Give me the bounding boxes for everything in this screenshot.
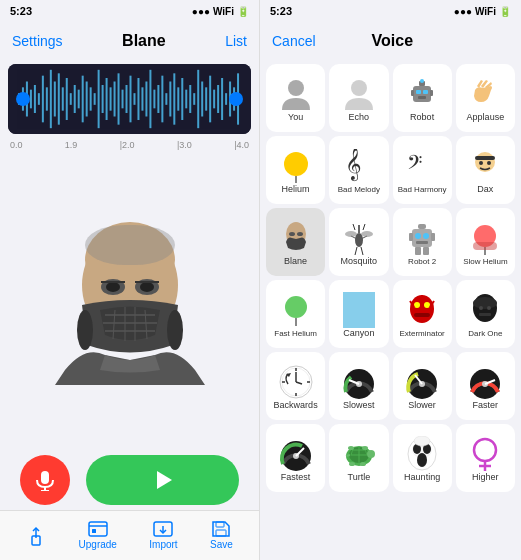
list-button[interactable]: List <box>225 33 247 49</box>
svg-rect-21 <box>98 70 100 128</box>
voice-row-2: Helium 𝄞 Bad Melody 𝄢 Bad Harmony <box>266 136 515 204</box>
svg-rect-133 <box>343 312 375 328</box>
svg-rect-14 <box>70 93 72 105</box>
voice-bad-harmony[interactable]: 𝄢 Bad Harmony <box>393 136 452 204</box>
svg-rect-22 <box>102 85 104 113</box>
applause-icon <box>469 76 501 112</box>
voice-backwards[interactable]: Backwards <box>266 352 325 420</box>
higher-icon <box>467 436 503 472</box>
svg-rect-5 <box>34 85 36 113</box>
voice-higher[interactable]: Higher <box>456 424 515 492</box>
svg-rect-135 <box>343 292 375 312</box>
voice-row-1: You Echo R <box>266 64 515 132</box>
robot2-icon <box>406 221 438 257</box>
svg-rect-35 <box>153 90 155 109</box>
share-icon <box>26 526 46 546</box>
svg-rect-27 <box>122 90 124 109</box>
haunting-icon <box>404 436 440 472</box>
upgrade-button[interactable]: Upgrade <box>79 521 117 550</box>
backwards-icon <box>278 364 314 400</box>
svg-rect-83 <box>92 529 96 533</box>
svg-point-178 <box>349 462 355 466</box>
fast-helium-icon <box>280 293 312 329</box>
svg-rect-96 <box>411 90 414 96</box>
voice-slow-helium[interactable]: Slow Helium <box>456 208 515 276</box>
svg-rect-147 <box>479 313 491 316</box>
voice-haunting[interactable]: Haunting <box>393 424 452 492</box>
waveform-right-handle[interactable] <box>229 92 243 106</box>
svg-rect-19 <box>90 87 92 110</box>
svg-point-107 <box>289 232 295 236</box>
svg-point-114 <box>361 231 373 237</box>
voice-turtle[interactable]: Turtle <box>329 424 388 492</box>
settings-button[interactable]: Settings <box>12 33 63 49</box>
robot-icon <box>406 76 438 112</box>
bad-harmony-icon: 𝄢 <box>406 149 438 185</box>
svg-point-108 <box>297 232 303 236</box>
left-toolbar: Upgrade Import Save <box>0 510 259 560</box>
voice-canyon[interactable]: Canyon <box>329 280 388 348</box>
import-button[interactable]: Import <box>149 521 177 550</box>
waveform-labels: 0.0 1.9 |2.0 |3.0 |4.0 <box>0 138 259 150</box>
svg-rect-37 <box>161 76 163 123</box>
svg-point-144 <box>473 297 497 309</box>
voice-echo[interactable]: Echo <box>329 64 388 132</box>
voice-robot[interactable]: Robot <box>393 64 452 132</box>
svg-text:𝄞: 𝄞 <box>345 149 362 182</box>
voice-dax[interactable]: Dax <box>456 136 515 204</box>
cancel-button[interactable]: Cancel <box>272 33 316 49</box>
svg-rect-119 <box>412 229 432 247</box>
share-button[interactable] <box>26 526 46 546</box>
svg-rect-34 <box>149 70 151 128</box>
voice-faster[interactable]: Faster <box>456 352 515 420</box>
record-button[interactable] <box>20 455 70 505</box>
dark-one-icon <box>469 293 501 329</box>
import-icon <box>153 521 173 537</box>
svg-rect-124 <box>409 233 413 241</box>
voice-bad-melody[interactable]: 𝄞 Bad Melody <box>329 136 388 204</box>
upgrade-label: Upgrade <box>79 539 117 550</box>
voice-helium[interactable]: Helium <box>266 136 325 204</box>
svg-rect-7 <box>42 76 44 123</box>
play-icon <box>152 469 174 491</box>
voice-you[interactable]: You <box>266 64 325 132</box>
voice-fast-helium[interactable]: Fast Helium <box>266 280 325 348</box>
svg-rect-32 <box>141 87 143 110</box>
voice-fastest[interactable]: Fastest <box>266 424 325 492</box>
svg-rect-47 <box>201 82 203 117</box>
voice-slower[interactable]: Slower <box>393 352 452 420</box>
svg-line-177 <box>346 455 350 456</box>
svg-marker-78 <box>157 471 172 489</box>
svg-point-121 <box>423 233 429 239</box>
svg-rect-46 <box>197 70 199 128</box>
waveform-left-handle[interactable] <box>16 92 30 106</box>
play-button[interactable] <box>86 455 239 505</box>
svg-point-67 <box>167 310 183 350</box>
voice-blane[interactable]: Blane <box>266 208 325 276</box>
voice-slowest[interactable]: Slowest <box>329 352 388 420</box>
left-nav-bar: Settings Blane List <box>0 22 259 60</box>
svg-point-145 <box>479 306 483 310</box>
svg-rect-39 <box>169 82 171 117</box>
svg-rect-126 <box>415 247 421 255</box>
svg-rect-139 <box>414 313 430 317</box>
blane-icon <box>280 220 312 256</box>
svg-rect-18 <box>86 82 88 117</box>
svg-point-137 <box>414 302 420 308</box>
character-svg <box>55 215 205 385</box>
svg-point-186 <box>417 453 427 467</box>
save-button[interactable]: Save <box>210 521 233 550</box>
voice-dark-one[interactable]: Dark One <box>456 280 515 348</box>
left-panel: 5:23 ●●● WiFi 🔋 Settings Blane List <box>0 0 260 560</box>
left-status-bar: 5:23 ●●● WiFi 🔋 <box>0 0 259 22</box>
svg-rect-51 <box>217 85 219 113</box>
voice-mosquito[interactable]: Mosquito <box>329 208 388 276</box>
svg-rect-52 <box>221 78 223 120</box>
waveform-area <box>8 64 251 134</box>
voice-robot2[interactable]: Robot 2 <box>393 208 452 276</box>
svg-rect-15 <box>74 85 76 113</box>
svg-rect-50 <box>213 90 215 109</box>
svg-rect-17 <box>82 76 84 123</box>
voice-exterminator[interactable]: Exterminator <box>393 280 452 348</box>
voice-applause[interactable]: Applause <box>456 64 515 132</box>
